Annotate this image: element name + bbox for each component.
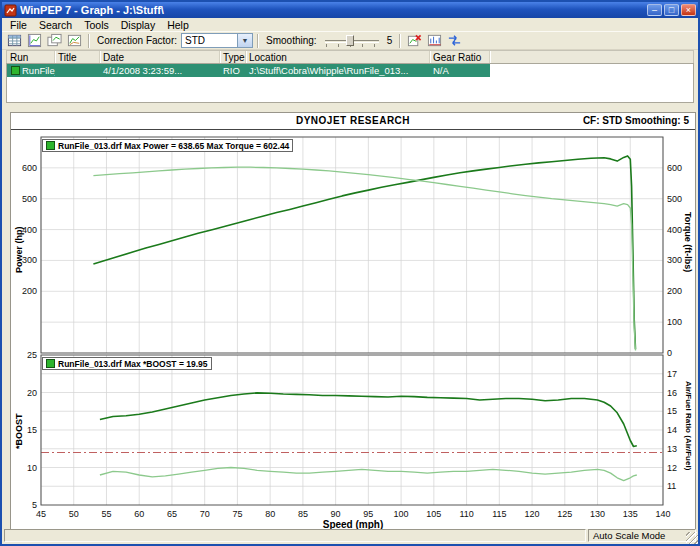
- overlay-graph-button[interactable]: [45, 33, 64, 49]
- svg-text:500: 500: [667, 194, 682, 204]
- toolbar-separator: [399, 34, 401, 48]
- run-title-cell: [55, 64, 100, 77]
- svg-text:20: 20: [27, 388, 37, 398]
- svg-text:300: 300: [22, 255, 37, 265]
- series-power: [93, 156, 635, 349]
- svg-text:135: 135: [623, 509, 638, 519]
- column-header-title[interactable]: Title: [55, 51, 100, 63]
- run-type-cell: RIO: [220, 64, 246, 77]
- dropdown-arrow-icon[interactable]: ▼: [237, 34, 252, 47]
- status-bar: Auto Scale Mode: [4, 529, 696, 542]
- graph-button[interactable]: [25, 33, 44, 49]
- toolbar-separator: [257, 34, 259, 48]
- svg-text:85: 85: [298, 509, 308, 519]
- header-divider: [11, 129, 695, 130]
- svg-text:100: 100: [394, 509, 409, 519]
- table-row[interactable]: RunFile_013.drf 4/1/2008 3:23:59... RIO …: [7, 64, 490, 77]
- svg-text:110: 110: [459, 509, 473, 519]
- legend-bottom: RunFile_013.drf Max *BOOST = 19.95: [42, 357, 212, 370]
- svg-text:400: 400: [667, 225, 682, 235]
- legend-top-text: RunFile_013.drf Max Power = 638.65 Max T…: [58, 141, 289, 151]
- window-title: WinPEP 7 - Graph - J:\Stuff\: [20, 4, 645, 16]
- smoothing-label: Smoothing:: [263, 35, 320, 46]
- toolbar-separator: [88, 34, 90, 48]
- dyno-chart-svg[interactable]: 2003004005006000100200300400500600510152…: [11, 131, 695, 523]
- legend-bottom-text: RunFile_013.drf Max *BOOST = 19.95: [58, 359, 208, 369]
- svg-text:130: 130: [590, 509, 605, 519]
- slider-thumb[interactable]: [346, 35, 354, 46]
- series-color-swatch-icon: [46, 141, 55, 150]
- correction-factor-select[interactable]: STD ▼: [181, 33, 253, 48]
- smoothing-value: 5: [384, 35, 396, 46]
- svg-text:120: 120: [525, 509, 540, 519]
- svg-text:12: 12: [667, 463, 677, 473]
- run-list[interactable]: RunFile_013.drf 4/1/2008 3:23:59... RIO …: [6, 63, 694, 103]
- run-file-cell: RunFile_013.drf: [7, 64, 55, 77]
- svg-text:600: 600: [22, 163, 37, 173]
- graph-settings-icon: [427, 33, 442, 48]
- menu-item-search[interactable]: Search: [33, 19, 78, 31]
- svg-text:45: 45: [36, 509, 46, 519]
- column-header-run[interactable]: Run: [7, 51, 55, 63]
- svg-text:16: 16: [667, 388, 677, 398]
- svg-text:80: 80: [265, 509, 275, 519]
- svg-text:13: 13: [667, 444, 677, 454]
- svg-text:300: 300: [667, 255, 682, 265]
- multi-graph-button[interactable]: [65, 33, 84, 49]
- correction-factor-label: Correction Factor:: [94, 35, 180, 46]
- graph-settings-button[interactable]: [425, 33, 444, 49]
- svg-text:15: 15: [667, 406, 677, 416]
- power-axis-label: Power (hp): [14, 227, 24, 274]
- maximize-button[interactable]: □: [664, 4, 679, 16]
- smoothing-slider[interactable]: [323, 34, 381, 48]
- menu-item-display[interactable]: Display: [115, 19, 161, 31]
- svg-text:65: 65: [167, 509, 177, 519]
- series-torque: [93, 167, 635, 350]
- multi-graph-icon: [67, 33, 82, 48]
- runs-table-icon: [7, 33, 22, 48]
- run-date-cell: 4/1/2008 3:23:59...: [100, 64, 220, 77]
- close-button[interactable]: ×: [681, 4, 696, 16]
- scale-mode-panel: Auto Scale Mode: [588, 529, 696, 542]
- svg-text:90: 90: [331, 509, 341, 519]
- svg-text:70: 70: [200, 509, 210, 519]
- svg-text:600: 600: [667, 163, 682, 173]
- run-color-swatch-icon: [11, 66, 20, 75]
- correction-factor-value: STD: [182, 35, 237, 46]
- close-graph-icon: [407, 33, 422, 48]
- app-icon: [4, 4, 17, 17]
- menu-item-file[interactable]: File: [4, 19, 33, 31]
- svg-text:0: 0: [667, 348, 672, 358]
- transfer-button[interactable]: [445, 33, 464, 49]
- transfer-arrows-icon: [447, 33, 462, 48]
- run-table-header: Run Title Date Type Location Gear Ratio: [6, 50, 694, 63]
- svg-text:17: 17: [667, 369, 677, 379]
- runs-table-button[interactable]: [5, 33, 24, 49]
- column-header-date[interactable]: Date: [100, 51, 220, 63]
- run-file-name: RunFile_013.drf: [22, 65, 55, 76]
- boost-axis-label: *BOOST: [14, 413, 24, 449]
- menu-item-tools[interactable]: Tools: [78, 19, 115, 31]
- close-graph-button[interactable]: [405, 33, 424, 49]
- column-header-location[interactable]: Location: [246, 51, 430, 63]
- series-color-swatch-icon: [46, 359, 55, 368]
- overlay-graph-icon: [47, 33, 62, 48]
- column-header-gear-ratio[interactable]: Gear Ratio: [430, 51, 490, 63]
- resize-grip[interactable]: [686, 532, 698, 544]
- minimize-button[interactable]: –: [647, 4, 662, 16]
- title-bar[interactable]: WinPEP 7 - Graph - J:\Stuff\ – □ ×: [2, 2, 698, 18]
- legend-top: RunFile_013.drf Max Power = 638.65 Max T…: [42, 139, 293, 152]
- graph-header-settings: CF: STD Smoothing: 5: [583, 115, 689, 126]
- svg-text:25: 25: [27, 350, 37, 360]
- graph-panel: DYNOJET RESEARCH CF: STD Smoothing: 5 20…: [10, 112, 696, 535]
- svg-text:115: 115: [492, 509, 506, 519]
- column-header-type[interactable]: Type: [220, 51, 246, 63]
- svg-text:105: 105: [426, 509, 441, 519]
- toolbar: Correction Factor: STD ▼ Smoothing: 5: [2, 31, 698, 50]
- svg-text:200: 200: [667, 286, 682, 296]
- menu-item-help[interactable]: Help: [161, 19, 195, 31]
- svg-text:50: 50: [69, 509, 79, 519]
- torque-axis-label: Torque (ft-lbs): [683, 212, 693, 272]
- svg-text:500: 500: [22, 194, 37, 204]
- airfuel-axis-label: Air/Fuel Ratio (Air/Fuel): [684, 381, 693, 470]
